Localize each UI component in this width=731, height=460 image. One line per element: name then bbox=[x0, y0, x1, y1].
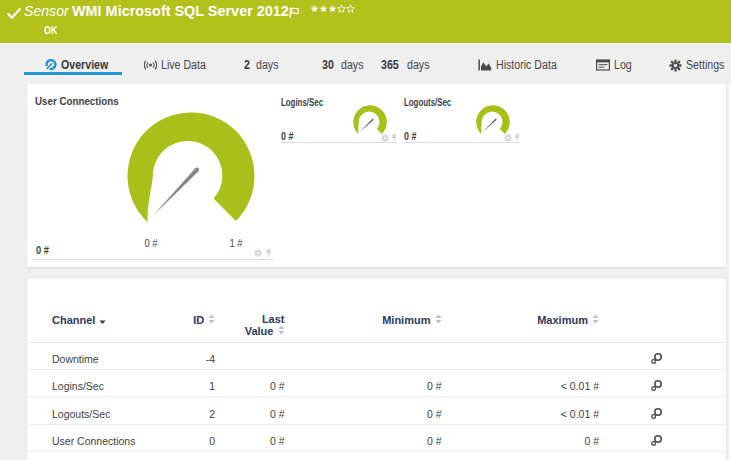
cell-maximum: < 0.01 # bbox=[561, 408, 599, 420]
channel-row-logouts-sec[interactable]: Logouts/Sec20 #0 #< 0.01 # bbox=[27, 397, 726, 425]
column-header-maximum[interactable]: Maximum bbox=[537, 314, 599, 326]
tab-days-number: 30 bbox=[322, 58, 334, 72]
channels-table-panel: Channel ID LastValue Minimum Maximum Dow… bbox=[27, 279, 726, 460]
area-chart-icon bbox=[478, 59, 492, 71]
tab-2-days[interactable]: 2days bbox=[244, 57, 282, 73]
mini-gauge-logins-sec: Logins/Sec0 # bbox=[281, 96, 397, 146]
sort-toggle-icon bbox=[435, 314, 442, 326]
gauge-line-icons bbox=[504, 134, 521, 142]
cell-maximum: 0 # bbox=[584, 435, 599, 447]
active-tab-underline bbox=[24, 72, 122, 75]
mini-gauge-value: 0 # bbox=[281, 130, 293, 142]
cell-id: 0 bbox=[209, 435, 215, 447]
column-header-id[interactable]: ID bbox=[193, 314, 215, 326]
live-icon bbox=[144, 59, 157, 71]
cell-channel: User Connections bbox=[52, 435, 135, 447]
channel-row-logins-sec[interactable]: Logins/Sec10 #0 #< 0.01 # bbox=[27, 369, 726, 397]
mini-gauge-logouts-sec: Logouts/Sec0 # bbox=[404, 96, 520, 146]
cell-minimum: 0 # bbox=[427, 435, 442, 447]
tab-settings[interactable]: Settings bbox=[669, 57, 731, 73]
tab-label: Overview bbox=[61, 58, 108, 72]
channel-gear-icon[interactable] bbox=[504, 134, 512, 142]
tab-bar: OverviewLive Data2days30days365daysHisto… bbox=[0, 43, 731, 84]
tab-label: days bbox=[407, 58, 429, 72]
gauge-line-icons bbox=[254, 249, 272, 258]
column-header-last-value[interactable]: LastValue bbox=[225, 314, 285, 337]
star-filled-icon[interactable] bbox=[319, 4, 328, 14]
cell-id: 2 bbox=[209, 408, 215, 420]
pin-icon[interactable] bbox=[514, 134, 521, 142]
column-header-channel[interactable]: Channel bbox=[52, 314, 106, 326]
cell-minimum: 0 # bbox=[427, 408, 442, 420]
sensor-header-bar: Sensor WMI Microsoft SQL Server 2012 OK bbox=[0, 0, 731, 43]
channel-row-user-connections[interactable]: User Connections00 #0 #0 # bbox=[27, 424, 726, 452]
channel-settings-icon[interactable] bbox=[650, 350, 666, 368]
column-header-minimum[interactable]: Minimum bbox=[382, 314, 441, 326]
cell-last-value: 0 # bbox=[270, 408, 285, 420]
mini-gauge-title: Logouts/Sec bbox=[404, 96, 451, 108]
tab-log[interactable]: Log bbox=[596, 57, 635, 73]
log-icon bbox=[596, 59, 610, 71]
cell-last-value: 0 # bbox=[270, 435, 285, 447]
main-gauge-title: User Connections bbox=[35, 95, 119, 107]
main-gauge-value: 0 # bbox=[36, 244, 49, 256]
gear-icon bbox=[669, 59, 682, 72]
tab-label: Live Data bbox=[161, 58, 206, 72]
status-check-icon bbox=[7, 6, 21, 24]
cell-last-value: 0 # bbox=[270, 380, 285, 392]
tab-days-number: 2 bbox=[244, 58, 250, 72]
pin-icon[interactable] bbox=[265, 249, 272, 258]
divider-line bbox=[32, 259, 273, 260]
gauge-icon bbox=[45, 59, 57, 71]
divider-line bbox=[404, 142, 520, 143]
channel-settings-icon[interactable] bbox=[650, 405, 666, 423]
sort-desc-icon bbox=[99, 314, 106, 326]
star-empty-icon[interactable] bbox=[337, 4, 346, 14]
cell-maximum: < 0.01 # bbox=[561, 380, 599, 392]
tab-label: Log bbox=[614, 58, 632, 72]
pin-icon[interactable] bbox=[391, 134, 398, 142]
cell-minimum: 0 # bbox=[427, 380, 442, 392]
tab-overview[interactable]: Overview bbox=[45, 57, 117, 73]
mini-gauge-title: Logins/Sec bbox=[281, 96, 323, 108]
tab-365-days[interactable]: 365days bbox=[381, 57, 433, 73]
gauge-max-label: 1 # bbox=[218, 237, 254, 249]
table-header-row: Channel ID LastValue Minimum Maximum bbox=[27, 279, 726, 342]
divider-line bbox=[281, 142, 397, 143]
tab-label: Settings bbox=[686, 58, 724, 72]
sort-toggle-icon bbox=[278, 325, 285, 337]
tab-label: days bbox=[256, 58, 278, 72]
priority-stars[interactable] bbox=[310, 4, 355, 14]
tab-historic-data[interactable]: Historic Data bbox=[478, 57, 568, 73]
gauge-min-label: 0 # bbox=[133, 237, 169, 249]
cell-channel: Logins/Sec bbox=[52, 380, 104, 392]
tab-30-days[interactable]: 30days bbox=[322, 57, 367, 73]
cell-channel: Logouts/Sec bbox=[52, 408, 110, 420]
cell-id: -4 bbox=[206, 353, 215, 365]
sort-toggle-icon bbox=[592, 314, 599, 326]
flag-icon[interactable] bbox=[289, 4, 300, 22]
sensor-title: WMI Microsoft SQL Server 2012 bbox=[72, 2, 289, 20]
star-empty-icon[interactable] bbox=[346, 4, 355, 14]
user-connections-gauge bbox=[121, 106, 261, 246]
star-filled-icon[interactable] bbox=[310, 4, 319, 14]
tab-label: Historic Data bbox=[496, 58, 557, 72]
tab-label: days bbox=[341, 58, 363, 72]
mini-gauge-value: 0 # bbox=[404, 130, 416, 142]
cell-id: 1 bbox=[209, 380, 215, 392]
channel-row-downtime[interactable]: Downtime-4 bbox=[27, 342, 726, 370]
channel-gear-icon[interactable] bbox=[381, 134, 389, 142]
tab-live-data[interactable]: Live Data bbox=[144, 57, 214, 73]
channel-settings-icon[interactable] bbox=[650, 377, 666, 395]
gauges-panel: User Connections 0 # 1 # 0 # Logins/Sec0… bbox=[27, 84, 726, 267]
sensor-status: OK bbox=[44, 24, 57, 36]
tab-days-number: 365 bbox=[381, 58, 399, 72]
channel-settings-icon[interactable] bbox=[650, 432, 666, 450]
cell-channel: Downtime bbox=[52, 353, 99, 365]
gauge-line-icons bbox=[381, 134, 398, 142]
channel-gear-icon[interactable] bbox=[254, 249, 262, 257]
object-type-label: Sensor bbox=[24, 2, 69, 20]
sort-toggle-icon bbox=[208, 314, 215, 326]
star-filled-icon[interactable] bbox=[328, 4, 337, 14]
